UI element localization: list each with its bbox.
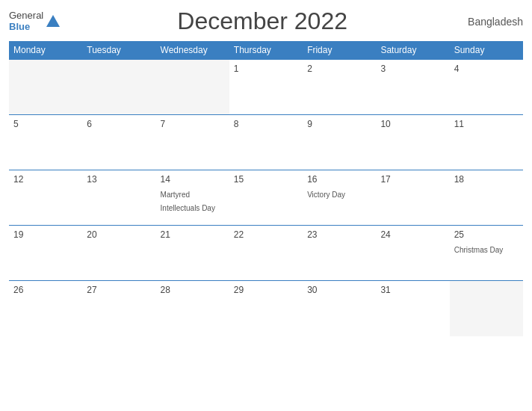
header-friday: Friday <box>303 41 376 60</box>
calendar-cell: 24 <box>376 226 449 281</box>
day-number: 17 <box>380 174 445 185</box>
calendar-cell <box>82 60 155 115</box>
calendar-cell: 9 <box>303 115 376 170</box>
calendar-cell: 16Victory Day <box>303 170 376 226</box>
day-number: 3 <box>380 64 445 74</box>
calendar-cell: 6 <box>82 115 155 170</box>
day-number: 19 <box>13 229 78 240</box>
day-number: 4 <box>454 64 519 74</box>
calendar-cell: 14MartyredIntellectuals Day <box>156 170 229 226</box>
day-number: 5 <box>13 119 78 129</box>
day-number: 25 <box>454 229 519 240</box>
calendar-cell: 17 <box>376 170 449 226</box>
calendar-cell: 4 <box>450 60 523 115</box>
day-number: 21 <box>161 229 225 240</box>
header-monday: Monday <box>9 41 82 60</box>
calendar-cell: 18 <box>450 170 523 226</box>
day-number: 13 <box>87 174 151 185</box>
logo-general: General <box>9 10 43 21</box>
calendar-cell: 8 <box>229 115 303 170</box>
logo: General Blue <box>9 10 61 32</box>
event-label: Victory Day <box>307 191 345 199</box>
calendar-cell: 5 <box>9 115 82 170</box>
day-number: 28 <box>161 285 225 295</box>
calendar-cell: 25Christmas Day <box>450 226 523 281</box>
calendar-cell: 10 <box>376 115 449 170</box>
calendar-cell: 7 <box>156 115 229 170</box>
day-number: 16 <box>307 174 371 185</box>
day-number: 12 <box>13 174 78 185</box>
calendar-cell: 28 <box>156 281 229 336</box>
calendar-cell: 1 <box>229 60 303 115</box>
calendar-cell <box>156 60 229 115</box>
event-label: MartyredIntellectuals Day <box>161 191 215 212</box>
header-thursday: Thursday <box>229 41 303 60</box>
calendar-cell <box>9 60 82 115</box>
calendar-cell: 27 <box>82 281 155 336</box>
calendar-cell: 26 <box>9 281 82 336</box>
calendar-cell: 20 <box>82 226 155 281</box>
calendar-week-4: 19202122232425Christmas Day <box>9 226 523 281</box>
calendar-cell: 21 <box>156 226 229 281</box>
calendar-header: General Blue December 2022 Bangladesh <box>9 7 523 35</box>
weekday-header-row: Monday Tuesday Wednesday Thursday Friday… <box>9 41 523 60</box>
calendar-week-5: 262728293031 <box>9 281 523 336</box>
calendar-cell <box>450 281 523 336</box>
country-label: Bangladesh <box>463 16 523 28</box>
day-number: 9 <box>307 119 371 129</box>
calendar-cell: 22 <box>229 226 303 281</box>
calendar-grid: Monday Tuesday Wednesday Thursday Friday… <box>9 41 523 336</box>
calendar-week-2: 567891011 <box>9 115 523 170</box>
event-label: Christmas Day <box>454 246 504 254</box>
calendar-cell: 11 <box>450 115 523 170</box>
calendar-cell: 31 <box>376 281 449 336</box>
day-number: 10 <box>380 119 445 129</box>
day-number: 27 <box>87 285 151 295</box>
day-number: 22 <box>234 229 298 240</box>
day-number: 18 <box>454 174 519 185</box>
calendar-cell: 2 <box>303 60 376 115</box>
header-sunday: Sunday <box>450 41 523 60</box>
day-number: 20 <box>87 229 151 240</box>
calendar-cell: 23 <box>303 226 376 281</box>
day-number: 2 <box>307 64 371 74</box>
logo-text: General Blue <box>9 10 43 32</box>
day-number: 11 <box>454 119 519 129</box>
calendar-cell: 3 <box>376 60 449 115</box>
month-title: December 2022 <box>61 7 463 35</box>
calendar-cell: 12 <box>9 170 82 226</box>
calendar-cell: 29 <box>229 281 303 336</box>
day-number: 8 <box>234 119 298 129</box>
logo-icon <box>45 13 61 30</box>
calendar-container: General Blue December 2022 Bangladesh Mo… <box>0 0 532 411</box>
header-wednesday: Wednesday <box>156 41 229 60</box>
day-number: 14 <box>161 174 225 185</box>
header-tuesday: Tuesday <box>82 41 155 60</box>
day-number: 26 <box>13 285 78 295</box>
day-number: 23 <box>307 229 371 240</box>
day-number: 29 <box>234 285 298 295</box>
day-number: 30 <box>307 285 371 295</box>
day-number: 1 <box>234 64 298 74</box>
calendar-cell: 13 <box>82 170 155 226</box>
day-number: 31 <box>380 285 445 295</box>
calendar-cell: 15 <box>229 170 303 226</box>
day-number: 7 <box>161 119 225 129</box>
day-number: 6 <box>87 119 151 129</box>
calendar-week-1: 1234 <box>9 60 523 115</box>
calendar-cell: 19 <box>9 226 82 281</box>
day-number: 24 <box>380 229 445 240</box>
header-saturday: Saturday <box>376 41 449 60</box>
calendar-cell: 30 <box>303 281 376 336</box>
svg-marker-0 <box>46 15 60 27</box>
logo-blue: Blue <box>9 22 43 32</box>
calendar-week-3: 121314MartyredIntellectuals Day1516Victo… <box>9 170 523 226</box>
day-number: 15 <box>234 174 298 185</box>
